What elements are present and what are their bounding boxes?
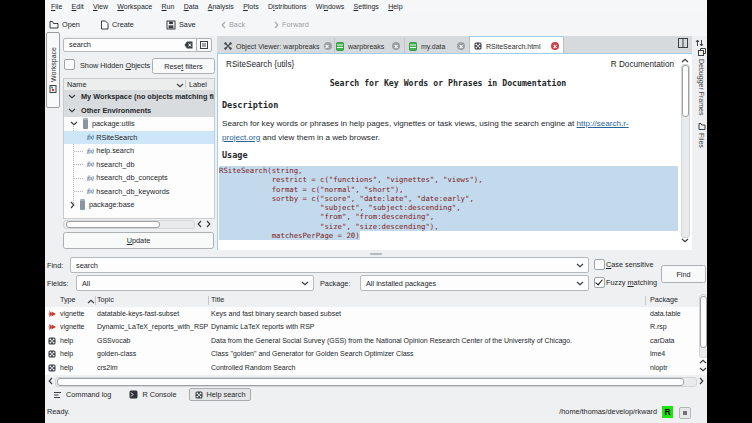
expander-icon[interactable] — [70, 201, 75, 209]
tab-object-viewer-warpbreaks[interactable]: Object Viewer: warpbreaks — [220, 38, 335, 54]
column-header-type[interactable]: Type — [60, 295, 76, 304]
menu-distributions[interactable]: Distributions — [268, 3, 307, 10]
fields-combobox[interactable]: All — [76, 275, 314, 291]
menu-data[interactable]: Data — [184, 3, 199, 10]
help-search-button[interactable]: Help search — [189, 388, 252, 401]
column-separator[interactable] — [645, 296, 646, 305]
debugger-frames-vertical-tab[interactable]: Debugger Frames — [698, 48, 706, 115]
tree-item-hsearch-db-concepts[interactable]: f(x) hsearch_db_concepts — [64, 171, 214, 185]
close-tab-icon[interactable] — [551, 42, 559, 50]
back-button[interactable]: Back — [221, 13, 245, 36]
tree-item-package-base[interactable]: package:base — [64, 198, 214, 212]
result-row-2[interactable]: vignette Dynamic_LaTeX_reports_with_RSP … — [45, 320, 699, 333]
help-vscroll-up-button[interactable] — [680, 56, 689, 64]
description-text: Search for key words or phrases in help … — [222, 119, 577, 128]
r-console-button[interactable]: R Console — [123, 388, 182, 401]
tab-my-data[interactable]: my.data — [405, 38, 470, 54]
results-vscroll-up-button[interactable] — [699, 357, 707, 365]
tree-item-label: hsearch_db — [96, 160, 134, 169]
tree-item-hsearch-db[interactable]: f(x) hsearch_db — [64, 158, 214, 172]
expander-icon[interactable] — [70, 121, 78, 126]
workspace-vertical-tab[interactable]: Workspace — [46, 32, 60, 108]
search-r-project-link-2[interactable]: project.org — [222, 133, 260, 142]
find-combobox[interactable]: search — [70, 257, 589, 273]
menu-settings[interactable]: Settings — [354, 3, 379, 10]
reset-filters-button[interactable]: Reset filters — [152, 58, 215, 74]
result-row-5[interactable]: help crs2lm Controlled Random Search nlo… — [45, 361, 699, 374]
forward-button[interactable]: Forward — [274, 13, 309, 36]
column-header-title[interactable]: Title — [211, 295, 224, 304]
tree-hscroll-track[interactable] — [63, 220, 195, 229]
close-tab-icon[interactable] — [392, 42, 400, 50]
results-hscroll-left-button[interactable] — [46, 377, 54, 385]
command-log-label: Command log — [66, 390, 111, 399]
show-hidden-objects-checkbox[interactable] — [64, 59, 75, 70]
help-vscroll-down-button[interactable] — [680, 236, 689, 244]
column-config-button[interactable] — [196, 38, 212, 52]
data-frame-icon — [336, 42, 344, 51]
column-header-topic[interactable]: Topic — [97, 295, 114, 304]
menu-plots[interactable]: Plots — [243, 3, 259, 10]
tree-hscroll-thumb[interactable] — [66, 221, 160, 228]
menu-workspace[interactable]: Workspace — [117, 3, 152, 10]
menu-windows[interactable]: Windows — [316, 3, 344, 10]
horizontal-splitter[interactable] — [45, 250, 707, 257]
workspace-search-input[interactable]: search — [63, 38, 198, 52]
menu-run[interactable]: Run — [162, 3, 175, 10]
label-column-header[interactable]: Label — [189, 79, 207, 90]
find-button[interactable]: Find — [661, 265, 706, 283]
results-hscroll[interactable] — [45, 375, 707, 387]
tree-hscroll-right-button[interactable] — [204, 220, 212, 228]
expander-icon[interactable] — [68, 108, 76, 113]
menu-view[interactable]: View — [93, 3, 108, 10]
tree-item-package-utils[interactable]: package:utils — [64, 117, 214, 131]
tree-item-hsearch-db-keywords[interactable]: f(x) hsearch_db_keywords — [64, 185, 214, 199]
tree-item-rsitesearch[interactable]: f(x) RSiteSearch — [64, 131, 214, 145]
results-vscroll-thumb[interactable] — [700, 296, 707, 348]
column-separator[interactable] — [208, 296, 209, 305]
split-view-button[interactable] — [678, 38, 688, 48]
help-vscroll-thumb[interactable] — [682, 65, 689, 117]
fuzzy-matching-checkbox[interactable] — [594, 277, 605, 288]
results-vscroll-down-button[interactable] — [699, 365, 707, 373]
files-vertical-tab[interactable]: Files — [698, 122, 706, 148]
menu-help[interactable]: Help — [388, 3, 402, 10]
doc-page-name: RSiteSearch {utils} — [226, 60, 294, 69]
command-log-button[interactable]: Command log — [47, 388, 117, 401]
name-column-header[interactable]: Name — [67, 79, 86, 90]
create-button[interactable]: Create — [100, 13, 134, 36]
column-header-package[interactable]: Package — [650, 295, 678, 304]
results-vscroll[interactable] — [699, 294, 707, 375]
result-row-4[interactable]: help golden-class Class "golden" and Gen… — [45, 347, 699, 360]
menu-analysis[interactable]: Analysis — [208, 3, 234, 10]
tree-item-label: Other Environments — [81, 106, 151, 115]
clear-search-icon[interactable] — [184, 41, 193, 49]
code-line: "from", "from:descending", — [219, 212, 678, 221]
result-row-3[interactable]: help GSSvocab Data from the General Soci… — [45, 334, 699, 347]
results-hscroll-thumb[interactable] — [57, 378, 684, 386]
tree-item-other-environments[interactable]: Other Environments — [64, 104, 214, 118]
update-button[interactable]: Update — [63, 232, 214, 249]
package-combobox[interactable]: All installed packages — [360, 275, 589, 291]
results-hscroll-right-button[interactable] — [697, 377, 705, 385]
tree-hscroll-left-button[interactable] — [195, 220, 203, 228]
r-console-label: R Console — [142, 390, 176, 399]
tab-warpbreaks[interactable]: warpbreaks — [332, 38, 405, 54]
close-tab-icon[interactable] — [324, 42, 332, 50]
tab-list-button[interactable] — [695, 38, 704, 48]
case-sensitive-checkbox[interactable] — [594, 259, 605, 270]
result-row-1[interactable]: vignette datatable-keys-fast-subset Keys… — [45, 307, 699, 320]
save-button[interactable]: Save — [166, 13, 196, 36]
r-engine-status[interactable]: R — [662, 406, 673, 418]
close-tab-icon[interactable] — [457, 42, 465, 50]
tree-item-my-workspace[interactable]: My Workspace (no objects matching filter… — [64, 90, 214, 104]
menu-edit[interactable]: Edit — [72, 3, 84, 10]
column-separator[interactable] — [95, 296, 96, 305]
menu-file[interactable]: File — [51, 3, 62, 10]
tree-item-label: help.search — [96, 146, 134, 155]
find-label: Find: — [47, 261, 63, 270]
help-vscroll[interactable] — [680, 56, 689, 244]
expander-icon[interactable] — [68, 94, 76, 99]
tree-item-help-search[interactable]: f(x) help.search — [64, 144, 214, 158]
search-r-project-link[interactable]: http://search.r- — [577, 119, 629, 128]
